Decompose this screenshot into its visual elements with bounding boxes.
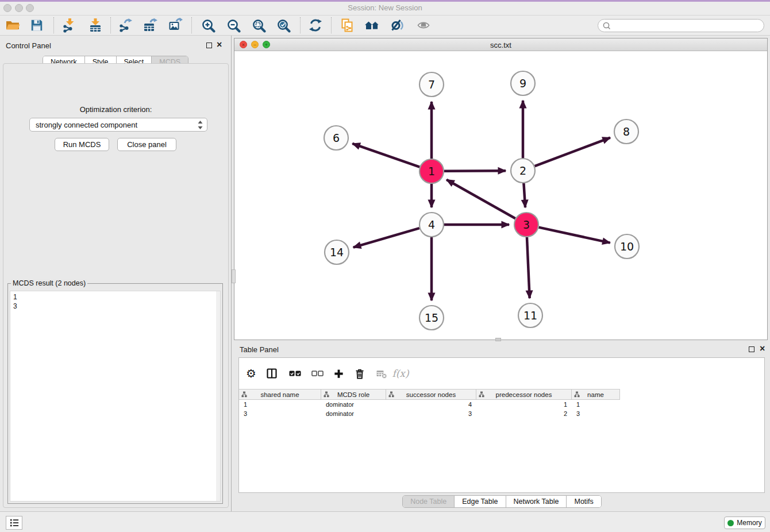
- export-network-icon[interactable]: [117, 17, 134, 34]
- table-row[interactable]: 1dominator411: [239, 400, 620, 409]
- tab-motifs[interactable]: Motifs: [567, 496, 600, 507]
- control-panel-title: Control Panel: [6, 41, 51, 50]
- table-panel-title: Table Panel: [240, 345, 279, 354]
- sort-icon: [388, 391, 394, 398]
- column-header-name[interactable]: name: [572, 389, 620, 400]
- import-table-icon[interactable]: [87, 17, 104, 34]
- toolbar-separator: [191, 17, 192, 33]
- export-table-icon[interactable]: [141, 17, 159, 34]
- network-window: × − + scc.txt 1234678910111415: [234, 38, 768, 340]
- sort-icon: [479, 391, 484, 398]
- open-session-icon[interactable]: [4, 17, 21, 34]
- search-icon: [602, 21, 611, 30]
- column-header-MCDS-role[interactable]: MCDS role: [321, 389, 386, 400]
- home-icon[interactable]: [364, 17, 381, 34]
- result-scrollbar[interactable]: [216, 291, 220, 501]
- graph-edge-4-14[interactable]: [353, 228, 419, 247]
- graph-node-label: 10: [620, 240, 634, 253]
- table-cell: dominator: [321, 409, 386, 418]
- graph-edge-1-2[interactable]: [444, 171, 506, 171]
- zoom-selected-icon[interactable]: [275, 17, 292, 34]
- graph-node-label: 6: [333, 132, 340, 144]
- graph-node-label: 14: [330, 246, 344, 259]
- graph-edge-2-3[interactable]: [523, 183, 525, 207]
- graph-node-label: 2: [519, 164, 526, 177]
- zoom-out-icon[interactable]: [225, 17, 242, 34]
- panel-split-handle[interactable]: [232, 269, 236, 283]
- zoom-fit-icon[interactable]: [250, 17, 267, 34]
- tab-edge-table[interactable]: Edge Table: [455, 496, 506, 507]
- window-title: Session: New Session: [0, 3, 770, 12]
- add-icon[interactable]: [331, 366, 346, 381]
- gear-icon[interactable]: ⚙: [244, 366, 259, 381]
- mcds-result-title: MCDS result (2 nodes): [11, 279, 87, 287]
- status-bar: Memory: [0, 511, 770, 532]
- close-panel-button[interactable]: Close panel: [117, 138, 176, 151]
- table-split-handle[interactable]: [495, 338, 501, 341]
- search-input[interactable]: [614, 21, 764, 31]
- graph-node-label: 4: [428, 218, 435, 231]
- table-cell: 1: [239, 400, 321, 409]
- delete-icon[interactable]: [352, 366, 367, 381]
- toolbar-separator: [300, 17, 301, 33]
- float-panel-icon[interactable]: [206, 43, 212, 48]
- select-all-icon[interactable]: [287, 366, 302, 381]
- toolbar-separator: [53, 17, 54, 33]
- graph-node-label: 1: [428, 165, 435, 178]
- clone-network-icon[interactable]: [338, 17, 356, 34]
- network-window-titlebar[interactable]: × − + scc.txt: [234, 38, 767, 51]
- columns-icon[interactable]: [264, 366, 279, 381]
- control-panel: Control Panel × NetworkStyleSelectMCDS O…: [0, 36, 232, 511]
- memory-status-icon: [727, 520, 734, 526]
- chevron-up-down-icon: [197, 120, 203, 130]
- column-header-shared-name[interactable]: shared name: [239, 389, 321, 400]
- table-cell: 4: [386, 400, 476, 409]
- graph-edge-1-6[interactable]: [352, 144, 419, 167]
- table-body: 1dominator4113dominator323: [239, 400, 620, 418]
- sort-icon: [574, 391, 580, 398]
- close-panel-icon[interactable]: ×: [217, 41, 222, 48]
- tab-node-table[interactable]: Node Table: [403, 496, 455, 507]
- graph-node-label: 11: [523, 309, 537, 322]
- deselect-all-icon[interactable]: [310, 366, 325, 381]
- criterion-dropdown[interactable]: strongly connected component: [29, 118, 207, 132]
- table-cell: 2: [476, 409, 572, 418]
- apply-layout-icon[interactable]: [307, 17, 324, 34]
- graph-edge-2-8[interactable]: [535, 138, 610, 167]
- zoom-in-icon[interactable]: [199, 17, 217, 34]
- toggle-graphics-details-icon[interactable]: [389, 17, 406, 34]
- window-accent-strip: [0, 0, 770, 2]
- app-titlebar: Session: New Session: [0, 0, 770, 16]
- show-hide-icon[interactable]: [415, 17, 432, 34]
- tab-network-table[interactable]: Network Table: [506, 496, 567, 507]
- memory-label: Memory: [737, 519, 761, 527]
- graph-edge-3-11[interactable]: [527, 237, 530, 298]
- save-session-icon[interactable]: [28, 17, 45, 34]
- toolbar-separator: [110, 17, 111, 33]
- column-header-predecessor-nodes[interactable]: predecessor nodes: [476, 389, 572, 400]
- run-mcds-button[interactable]: Run MCDS: [55, 138, 109, 151]
- table-cell: 1: [476, 400, 572, 409]
- search-box[interactable]: [598, 19, 764, 32]
- memory-button[interactable]: Memory: [724, 516, 765, 529]
- export-image-icon[interactable]: [167, 17, 184, 34]
- mcds-result-text[interactable]: 1 3: [10, 291, 221, 502]
- close-table-panel-icon[interactable]: ×: [760, 345, 765, 352]
- destroy-table-icon[interactable]: [374, 366, 389, 381]
- criterion-value: strongly connected component: [36, 121, 137, 129]
- table-row[interactable]: 3dominator323: [239, 409, 620, 418]
- table-cell: 3: [572, 409, 620, 418]
- network-graph[interactable]: 1234678910111415: [234, 51, 767, 340]
- float-table-panel-icon[interactable]: [749, 346, 754, 352]
- main-toolbar: [0, 16, 770, 36]
- column-header-successor-nodes[interactable]: successor nodes: [386, 389, 476, 400]
- import-network-icon[interactable]: [60, 17, 78, 34]
- mcds-result-group: MCDS result (2 nodes) 1 3: [7, 283, 223, 504]
- network-canvas[interactable]: 1234678910111415: [234, 51, 767, 340]
- table-tab-bar: Node TableEdge TableNetwork TableMotifs: [234, 495, 770, 508]
- task-history-button[interactable]: [6, 516, 22, 530]
- optimization-criterion-label: Optimization criterion:: [3, 105, 228, 114]
- graph-node-label: 3: [523, 218, 530, 231]
- graph-edge-3-10[interactable]: [538, 228, 610, 243]
- graph-edge-3-1[interactable]: [446, 180, 515, 218]
